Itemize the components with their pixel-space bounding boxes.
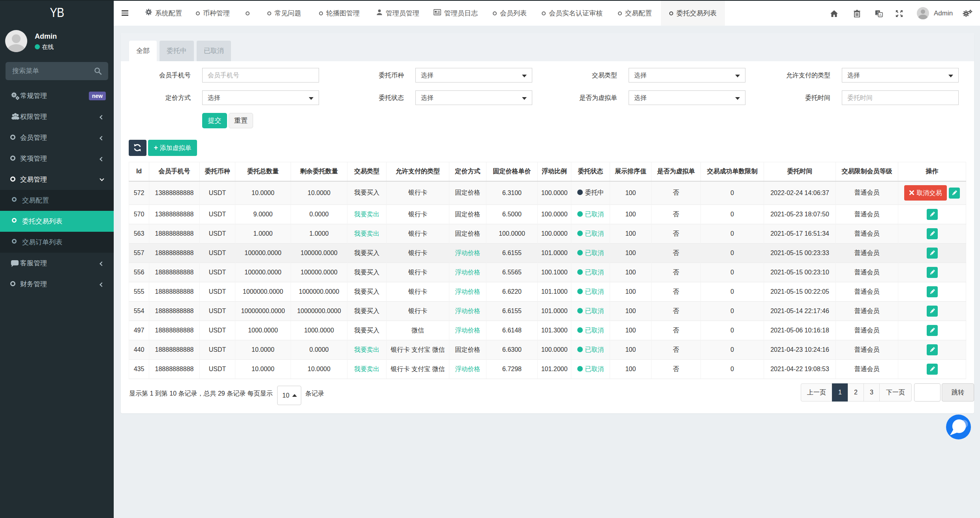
svg-text:A: A (879, 13, 882, 17)
